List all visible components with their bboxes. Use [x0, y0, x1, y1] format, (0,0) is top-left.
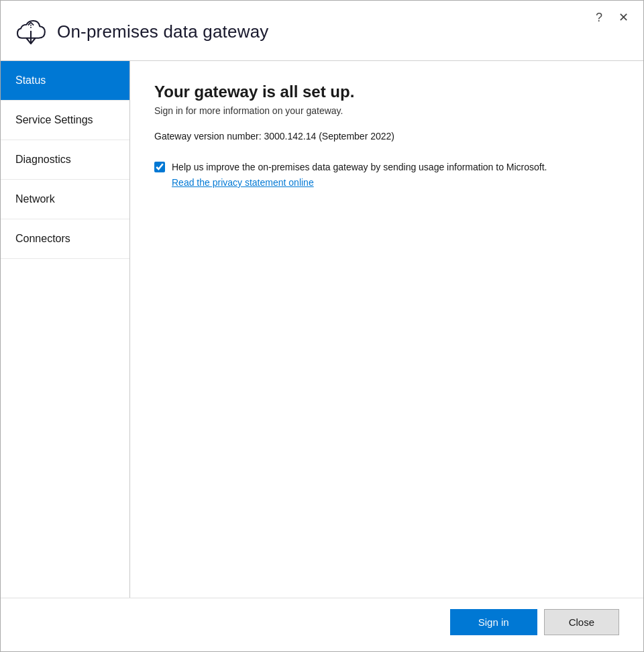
usage-checkbox-container: Help us improve the on-premises data gat…	[154, 160, 619, 174]
footer: Sign in Close	[1, 598, 643, 651]
title-bar: On-premises data gateway ? ✕	[1, 1, 643, 61]
close-window-button[interactable]: ✕	[614, 10, 633, 25]
sidebar-item-network[interactable]: Network	[1, 180, 129, 219]
window-title: On-premises data gateway	[57, 21, 269, 42]
sign-in-button[interactable]: Sign in	[450, 609, 537, 635]
gateway-heading: Your gateway is all set up.	[154, 83, 619, 101]
help-button[interactable]: ?	[592, 10, 606, 25]
main-content: Your gateway is all set up. Sign in for …	[130, 61, 643, 598]
window-controls: ? ✕	[592, 10, 633, 25]
sidebar-item-diagnostics[interactable]: Diagnostics	[1, 140, 129, 180]
gateway-subheading: Sign in for more information on your gat…	[154, 105, 619, 116]
version-text: Gateway version number: 3000.142.14 (Sep…	[154, 131, 619, 142]
usage-checkbox[interactable]	[154, 162, 165, 172]
cloud-gateway-icon	[14, 15, 48, 49]
usage-checkbox-label[interactable]: Help us improve the on-premises data gat…	[172, 160, 547, 174]
app-window: On-premises data gateway ? ✕ Status Serv…	[0, 0, 644, 652]
close-button[interactable]: Close	[544, 609, 619, 635]
sidebar: Status Service Settings Diagnostics Netw…	[1, 61, 130, 598]
sidebar-item-status[interactable]: Status	[1, 61, 129, 101]
sidebar-item-service-settings[interactable]: Service Settings	[1, 101, 129, 140]
privacy-link[interactable]: Read the privacy statement online	[172, 177, 619, 188]
sidebar-item-connectors[interactable]: Connectors	[1, 219, 129, 259]
content-area: Status Service Settings Diagnostics Netw…	[1, 61, 643, 598]
